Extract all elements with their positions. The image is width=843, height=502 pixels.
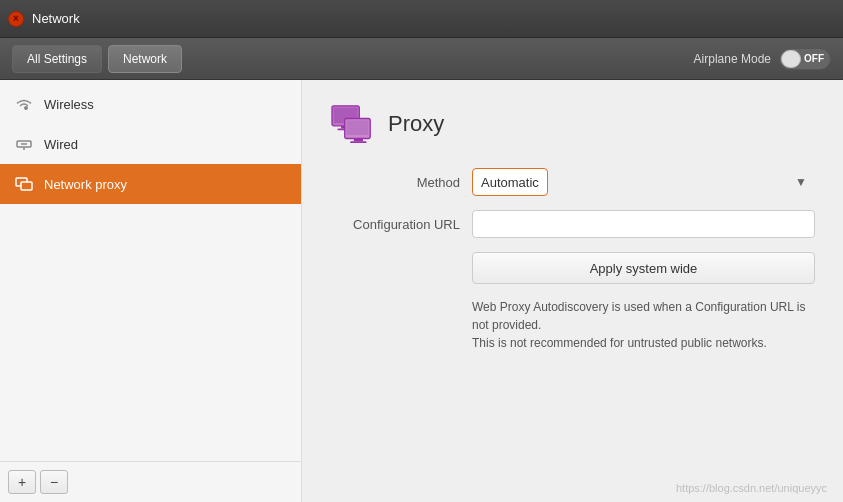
- airplane-mode-label: Airplane Mode: [694, 52, 771, 66]
- title-bar: × Network: [0, 0, 843, 38]
- sidebar-wired-label: Wired: [44, 137, 78, 152]
- select-arrow-icon: ▼: [795, 175, 807, 189]
- proxy-sidebar-icon: [14, 174, 34, 194]
- proxy-title: Proxy: [388, 111, 444, 137]
- method-row: Method None Manual Automatic ▼: [330, 168, 815, 196]
- sidebar-list: Wireless Wired: [0, 80, 301, 461]
- nav-bar: All Settings Network Airplane Mode OFF: [0, 38, 843, 80]
- method-select[interactable]: None Manual Automatic: [472, 168, 548, 196]
- info-text: Web Proxy Autodiscovery is used when a C…: [472, 298, 815, 352]
- airplane-mode-toggle[interactable]: OFF: [779, 48, 831, 70]
- proxy-header: Proxy: [330, 104, 815, 144]
- wired-icon: [14, 134, 34, 154]
- apply-system-wide-button[interactable]: Apply system wide: [472, 252, 815, 284]
- config-url-input[interactable]: [472, 210, 815, 238]
- main-content: Wireless Wired: [0, 80, 843, 502]
- toggle-state-label: OFF: [804, 53, 824, 64]
- all-settings-button[interactable]: All Settings: [12, 45, 102, 73]
- info-text-line1: Web Proxy Autodiscovery is used when a C…: [472, 298, 815, 334]
- watermark: https://blog.csdn.net/uniqueyyc: [676, 482, 827, 494]
- close-button[interactable]: ×: [8, 11, 24, 27]
- wifi-icon: [14, 94, 34, 114]
- add-button[interactable]: +: [8, 470, 36, 494]
- info-text-line2: This is not recommended for untrusted pu…: [472, 334, 815, 352]
- nav-left: All Settings Network: [12, 45, 182, 73]
- sidebar: Wireless Wired: [0, 80, 302, 502]
- close-icon: ×: [13, 13, 19, 24]
- remove-button[interactable]: −: [40, 470, 68, 494]
- window-title: Network: [32, 11, 80, 26]
- sidebar-item-wired[interactable]: Wired: [0, 124, 301, 164]
- nav-right: Airplane Mode OFF: [694, 48, 831, 70]
- svg-rect-10: [347, 120, 369, 135]
- toggle-knob: [781, 50, 801, 68]
- sidebar-item-wireless[interactable]: Wireless: [0, 84, 301, 124]
- content-panel: Proxy Method None Manual Automatic ▼ Con…: [302, 80, 843, 502]
- sidebar-wireless-label: Wireless: [44, 97, 94, 112]
- sidebar-item-network-proxy[interactable]: Network proxy: [0, 164, 301, 204]
- svg-rect-4: [21, 182, 32, 190]
- proxy-icon-svg: [330, 104, 374, 144]
- svg-rect-11: [354, 139, 363, 142]
- config-url-row: Configuration URL: [330, 210, 815, 238]
- method-label: Method: [330, 175, 460, 190]
- network-nav-button[interactable]: Network: [108, 45, 182, 73]
- sidebar-proxy-label: Network proxy: [44, 177, 127, 192]
- proxy-icon: [330, 104, 374, 144]
- sidebar-footer: + −: [0, 461, 301, 502]
- svg-rect-12: [350, 141, 366, 143]
- config-url-label: Configuration URL: [330, 217, 460, 232]
- method-select-wrapper: None Manual Automatic ▼: [472, 168, 815, 196]
